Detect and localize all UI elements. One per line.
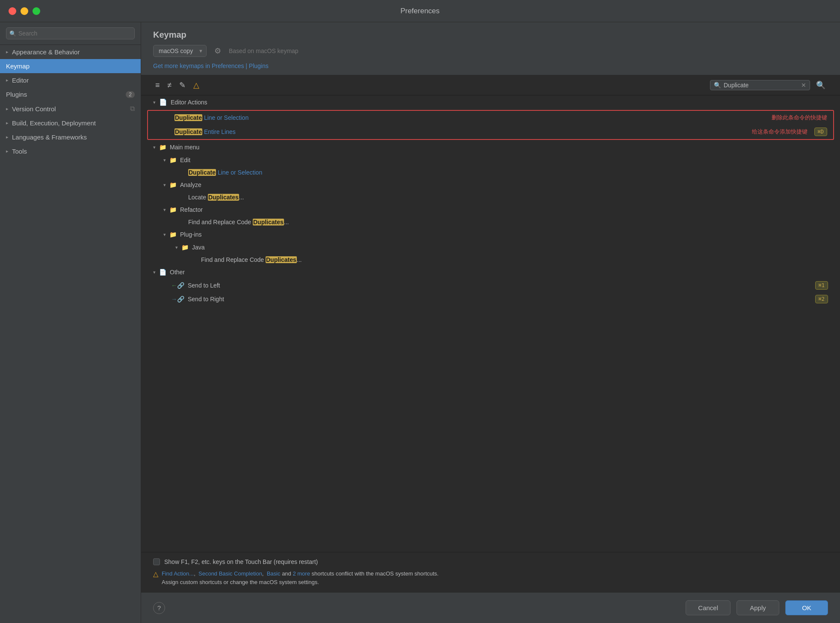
- sidebar-item-label: Tools: [12, 148, 27, 155]
- duplicate-line-edit-text: Duplicate Line or Selection: [188, 169, 262, 176]
- chevron-down-icon: ▾: [175, 245, 178, 250]
- chevron-right-icon: ▸: [6, 134, 9, 140]
- send-to-right-shortcut: ⌘2: [815, 295, 828, 303]
- keymap-row: macOS copy ▼ ⚙ Based on macOS keymap: [153, 45, 828, 57]
- keymap-select[interactable]: macOS copy: [153, 45, 207, 57]
- send-to-left-label: Send to Left: [188, 282, 220, 289]
- main-layout: 🔍 ▸ Appearance & Behavior Keymap ▸ Edito…: [0, 22, 840, 623]
- sidebar-item-label: Keymap: [6, 62, 30, 70]
- send-to-left-shortcut: ⌘1: [815, 281, 828, 290]
- expand-all-button[interactable]: ≡: [153, 80, 162, 91]
- collapse-all-button[interactable]: ≠: [166, 80, 174, 91]
- sidebar-item-build-execution[interactable]: ▸ Build, Execution, Deployment: [0, 116, 141, 130]
- toolbar: ≡ ≠ ✎ △ 🔍 ✕ 🔍: [141, 75, 840, 95]
- basic-link[interactable]: Basic: [267, 570, 281, 577]
- sidebar-item-label: Version Control: [12, 105, 56, 113]
- based-on-text: Based on macOS keymap: [229, 47, 299, 54]
- bottom-area: Show F1, F2, etc. keys on the Touch Bar …: [141, 552, 840, 592]
- find-replace-refactor-text: Find and Replace Code Duplicates...: [188, 219, 289, 225]
- search-input[interactable]: [724, 82, 799, 89]
- sidebar-item-tools[interactable]: ▸ Tools: [0, 144, 141, 158]
- sidebar-item-appearance-behavior[interactable]: ▸ Appearance & Behavior: [0, 45, 141, 59]
- ok-button[interactable]: OK: [785, 600, 828, 615]
- and-text: and: [282, 570, 293, 577]
- sidebar-item-plugins[interactable]: Plugins 2: [0, 87, 141, 101]
- tree-section-edit[interactable]: ▾ 📁 Edit: [141, 154, 840, 166]
- editor-actions-icon: 📄: [159, 98, 167, 106]
- tree-area: ▾ 📄 Editor Actions Duplicate Line or Sel…: [141, 95, 840, 552]
- conflict-row: △ Find Action..., Second Basic Completio…: [153, 570, 828, 586]
- duplicate-line-row[interactable]: Duplicate Line or Selection 删除此条命令的快捷键: [148, 111, 833, 125]
- keyword-highlight: Duplicates: [266, 256, 297, 263]
- conflict-tail: shortcuts conflict with the macOS system…: [312, 570, 439, 577]
- chevron-right-icon: ▸: [6, 106, 9, 112]
- sidebar-item-label: Build, Execution, Deployment: [12, 119, 96, 127]
- conflict-text: Find Action..., Second Basic Completion,…: [162, 570, 438, 586]
- sidebar-item-version-control[interactable]: ▸ Version Control ⧉: [0, 101, 141, 116]
- highlighted-rows-container: Duplicate Line or Selection 删除此条命令的快捷键 D…: [147, 110, 834, 140]
- sidebar-search-input[interactable]: [6, 27, 135, 39]
- send-to-right-label: Send to Right: [188, 296, 224, 303]
- minimize-button[interactable]: [21, 7, 28, 15]
- tree-section-other[interactable]: ▾ 📄 Other: [141, 266, 840, 279]
- plugins-badge: 2: [126, 91, 135, 98]
- plugins-link[interactable]: Get more keymaps in Preferences | Plugin…: [153, 62, 269, 69]
- search-box: 🔍 ✕: [710, 80, 810, 90]
- content-header: Keymap macOS copy ▼ ⚙ Based on macOS key…: [141, 22, 840, 75]
- tree-section-editor-actions[interactable]: ▾ 📄 Editor Actions: [141, 95, 840, 109]
- tree-section-java[interactable]: ▾ 📁 Java: [141, 241, 840, 254]
- find-action-link[interactable]: Find Action...: [162, 570, 194, 577]
- duplicate-entire-row[interactable]: Duplicate Entire Lines 给这条命令添加快捷键 ⌘D: [148, 125, 833, 139]
- chevron-right-icon: ▸: [6, 120, 9, 126]
- touchbar-row: Show F1, F2, etc. keys on the Touch Bar …: [153, 558, 828, 565]
- warning-icon: △: [153, 570, 158, 578]
- shortcut-kbd: ⌘D: [814, 128, 827, 136]
- chevron-down-icon: ▾: [163, 207, 166, 213]
- duplicate-line-edit-row[interactable]: Duplicate Line or Selection: [141, 166, 840, 178]
- locate-duplicates-row[interactable]: Locate Duplicates...: [141, 191, 840, 203]
- sidebar-item-label: Appearance & Behavior: [12, 48, 80, 56]
- apply-button[interactable]: Apply: [736, 600, 779, 615]
- edit-button[interactable]: ✎: [177, 80, 188, 91]
- tree-section-refactor[interactable]: ▾ 📁 Refactor: [141, 203, 840, 216]
- tree-section-plugins[interactable]: ▾ 📁 Plug-ins: [141, 228, 840, 241]
- help-button[interactable]: ?: [153, 602, 165, 614]
- cancel-button[interactable]: Cancel: [686, 600, 731, 615]
- tree-section-main-menu[interactable]: ▾ 📁 Main menu: [141, 141, 840, 154]
- warning-button[interactable]: △: [191, 80, 201, 91]
- duplicate-line-text: Duplicate Line or Selection: [175, 114, 248, 121]
- keyword-highlight: Duplicate: [175, 114, 202, 121]
- more-link[interactable]: 2 more: [293, 570, 310, 577]
- touchbar-checkbox[interactable]: [153, 558, 160, 565]
- keyword-highlight: Duplicates: [208, 194, 239, 201]
- java-label: Java: [192, 244, 205, 251]
- chevron-down-icon: ▾: [153, 145, 156, 150]
- add-shortcut-text: 给这条命令添加快捷键: [752, 128, 807, 136]
- gear-button[interactable]: ⚙: [212, 45, 224, 56]
- send-to-right-row[interactable]: →🔗 Send to Right ⌘2: [141, 292, 840, 306]
- send-right-icon: →🔗: [171, 296, 184, 303]
- tree-section-analyze[interactable]: ▾ 📁 Analyze: [141, 178, 840, 191]
- refactor-folder-icon: 📁: [169, 206, 177, 213]
- keyword-highlight: Duplicate: [188, 169, 216, 176]
- sidebar-item-editor[interactable]: ▸ Editor: [0, 73, 141, 87]
- keyword-highlight: Duplicate: [175, 128, 202, 135]
- find-replace-refactor-row[interactable]: Find and Replace Code Duplicates...: [141, 216, 840, 228]
- sidebar-item-languages-frameworks[interactable]: ▸ Languages & Frameworks: [0, 130, 141, 144]
- row-right-actions-2: 给这条命令添加快捷键 ⌘D: [752, 128, 827, 136]
- find-action-button[interactable]: 🔍: [813, 80, 828, 91]
- conflict-line2: Assign custom shortcuts or change the ma…: [162, 579, 319, 585]
- content-area: Keymap macOS copy ▼ ⚙ Based on macOS key…: [141, 22, 840, 623]
- edit-folder-icon: 📁: [169, 157, 177, 163]
- close-button[interactable]: [9, 7, 16, 15]
- search-wrap: 🔍: [6, 27, 135, 39]
- maximize-button[interactable]: [33, 7, 40, 15]
- clear-search-button[interactable]: ✕: [801, 82, 806, 89]
- other-label: Other: [170, 269, 185, 276]
- send-to-left-row[interactable]: ←🔗 Send to Left ⌘1: [141, 279, 840, 292]
- second-basic-link[interactable]: Second Basic Completion: [198, 570, 262, 577]
- search-icon: 🔍: [9, 30, 16, 37]
- find-replace-java-row[interactable]: Find and Replace Code Duplicates...: [141, 254, 840, 266]
- sidebar-item-label: Editor: [12, 77, 29, 84]
- sidebar-item-keymap[interactable]: Keymap: [0, 59, 141, 73]
